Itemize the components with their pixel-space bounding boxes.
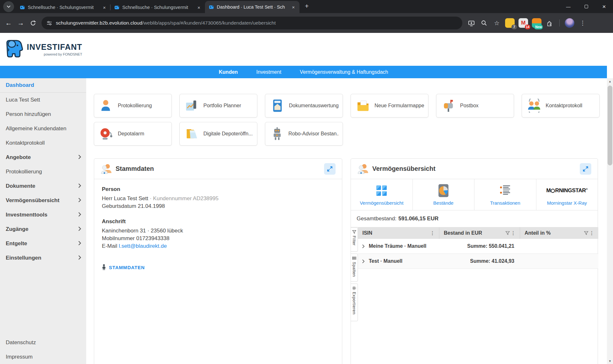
email-link[interactable]: l.sett@blaudirekt.de <box>119 243 167 249</box>
row-name: Meine Träume · Manuell <box>369 243 439 249</box>
columns-icon <box>352 256 356 260</box>
expand-arrows-icon <box>327 166 333 172</box>
sidebar-item-einstellungen[interactable]: Einstellungen <box>0 251 86 265</box>
window-minimize-button[interactable]: — <box>559 0 577 13</box>
browser-tab-3-active[interactable]: Dashboard · Luca Test Sett · Sch × <box>205 1 299 13</box>
row-expander-icon[interactable] <box>358 259 369 263</box>
tab-close-icon[interactable]: × <box>291 4 296 10</box>
sidebar-item-angebote[interactable]: Angebote <box>0 150 86 164</box>
tab-bestaende[interactable]: Bestände <box>413 179 475 210</box>
extension-yellow[interactable]: 7 <box>505 18 515 28</box>
side-tab-filter[interactable]: Filter <box>351 227 358 252</box>
filter-funnel-icon[interactable] <box>584 231 588 235</box>
new-tab-button[interactable]: + <box>302 1 312 11</box>
side-tab-exportieren[interactable]: Exportieren <box>351 284 358 321</box>
tab-transaktionen[interactable]: Transaktionen <box>474 179 536 210</box>
column-menu-icon[interactable]: ⋮ <box>588 230 595 236</box>
nav-item-kunden[interactable]: Kunden <box>219 69 238 75</box>
back-button[interactable]: ← <box>3 17 15 29</box>
tile-postbox[interactable]: Postbox <box>436 94 514 118</box>
tile-digitale-depoteroeffnung[interactable]: Digitale Depoteröffn... <box>179 122 257 146</box>
email-label: E-Mail <box>102 243 117 249</box>
page-scrollbar[interactable]: ▲ ▼ <box>607 78 613 364</box>
chrome-menu-button[interactable]: ⋮ <box>577 17 588 29</box>
tile-protokollierung[interactable]: Protokollierung <box>94 94 172 118</box>
stammdaten-link[interactable]: STAMMDATEN <box>102 264 334 270</box>
column-header-bestand: Bestand in EUR ⋮ <box>439 227 520 239</box>
tile-dokumentauswertung[interactable]: Dokumentauswertung <box>265 94 343 118</box>
tab-close-icon[interactable]: × <box>102 4 107 10</box>
tile-robo-advisor[interactable]: Robo-Advisor Bestan... <box>265 122 343 146</box>
sidebar-item-investmenttools[interactable]: Investmenttools <box>0 208 86 222</box>
row-expander-icon[interactable] <box>358 244 369 248</box>
toolbar-right-cluster: ☆ 7 M 14 New ⋮ <box>465 17 588 29</box>
robot-icon <box>270 127 284 141</box>
browser-profile-avatar[interactable] <box>565 18 574 28</box>
sidebar-item-impressum[interactable]: Impressum <box>0 350 86 364</box>
table-row[interactable]: Meine Träume · Manuell Summe: 550.041,21 <box>358 239 598 254</box>
reload-button[interactable] <box>27 17 39 29</box>
tab-search-button[interactable] <box>3 1 14 12</box>
sidebar-item-kontaktprotokoll[interactable]: Kontaktprotokoll <box>0 136 86 150</box>
table-row[interactable]: Test · Manuell Summe: 41.024,93 <box>358 254 598 269</box>
sidebar-item-datenschutz[interactable]: Datenschutz <box>0 335 86 350</box>
sidebar-footer: Datenschutz Impressum <box>0 335 86 364</box>
filter-funnel-icon[interactable] <box>505 231 510 235</box>
install-app-button[interactable] <box>465 17 477 29</box>
window-maximize-button[interactable] <box>577 0 595 13</box>
scroll-down-arrow[interactable]: ▼ <box>607 358 613 364</box>
folder-paper-icon <box>356 99 370 113</box>
sidebar-item-person-hinzufuegen[interactable]: Person hinzufügen <box>0 107 86 121</box>
gesamtbestand-value: 591.066,15 EUR <box>398 216 439 222</box>
sidebar-item-protokollierung[interactable]: Protokollierung <box>0 164 86 179</box>
nav-item-vermoegensverwaltung[interactable]: Vermögensverwaltung & Haftungsdach <box>300 69 388 75</box>
sidebar-item-luca-test-sett[interactable]: Luca Test Sett <box>0 93 86 107</box>
bestand-table: ISIN ⋮ Bestand in EUR ⋮ Anteil in % ⋮ <box>358 227 598 269</box>
scrollbar-thumb[interactable] <box>608 86 612 165</box>
transactions-list-icon <box>498 184 512 198</box>
column-menu-icon[interactable]: ⋮ <box>510 230 517 236</box>
extension-orange[interactable]: New <box>532 18 541 28</box>
tab-close-icon[interactable]: × <box>196 4 202 10</box>
find-in-page-button[interactable] <box>478 17 490 29</box>
scroll-up-arrow[interactable]: ▲ <box>607 78 613 84</box>
chevron-right-icon <box>78 241 81 246</box>
side-tab-spalten[interactable]: Spalten <box>351 254 358 282</box>
sidebar-item-dashboard[interactable]: Dashboard <box>0 78 86 93</box>
card-expand-button[interactable] <box>580 163 591 175</box>
sidebar-item-dokumente[interactable]: Dokumente <box>0 179 86 193</box>
nav-item-investment[interactable]: Investment <box>256 69 281 75</box>
card-expand-button[interactable] <box>324 163 336 175</box>
column-menu-icon[interactable]: ⋮ <box>429 230 436 236</box>
stammdaten-body: Person Herr Luca Test Sett · Kundennumme… <box>94 179 342 277</box>
column-header-isin: ISIN ⋮ <box>358 227 439 239</box>
tile-kontaktprotokoll[interactable]: Kontaktprotokoll <box>522 94 600 118</box>
window-close-button[interactable]: × <box>595 0 613 13</box>
sidebar-item-entgelte[interactable]: Entgelte <box>0 236 86 251</box>
install-icon <box>468 20 474 26</box>
quick-action-tiles: Protokollierung Portfolio Planner Dokume… <box>94 94 600 146</box>
extensions-menu-button[interactable] <box>544 17 556 29</box>
table-side-tabs: Filter Spalten Exportieren <box>351 227 358 323</box>
sidebar-item-allgemeine-kundendaten[interactable]: Allgemeine Kundendaten <box>0 121 86 136</box>
forward-button[interactable]: → <box>15 17 27 29</box>
tile-depotalarm[interactable]: Depotalarm <box>94 122 172 146</box>
chevron-down-icon <box>7 5 11 8</box>
brand-logo[interactable]: INVESTIFANT powered by FONDSNET <box>4 38 82 60</box>
chevron-right-icon <box>78 226 81 231</box>
url-path: /weblib/apps/spa/#/kunden/4730065/kunden… <box>142 20 276 26</box>
bookmark-star-button[interactable]: ☆ <box>491 17 503 29</box>
site-favicon <box>114 5 119 10</box>
magnifier-icon <box>481 20 487 26</box>
sidebar-item-zugaenge[interactable]: Zugänge <box>0 222 86 236</box>
tab-morningstar-xray[interactable]: MRNINGSTAR® Morningstar X-Ray <box>536 179 598 210</box>
browser-tab-2[interactable]: Schnellsuche · Schulungsvermit × <box>110 2 205 13</box>
extension-mail[interactable]: M 14 <box>518 18 528 28</box>
sidebar-item-vermoegensuebersicht[interactable]: Vermögensübersicht <box>0 193 86 208</box>
url-bar[interactable]: schulungsvermittler.b2b.evolution.cloud/… <box>42 17 462 29</box>
card-title: Stammdaten <box>116 165 320 172</box>
tile-portfolio-planner[interactable]: Portfolio Planner <box>179 94 257 118</box>
tile-neue-formularmappe[interactable]: Neue Formularmappe <box>351 94 428 118</box>
tab-vermoegensuebersicht[interactable]: Vermögensübersicht <box>351 179 413 210</box>
browser-tab-1[interactable]: Schnellsuche · Schulungsvermit × <box>16 2 110 13</box>
